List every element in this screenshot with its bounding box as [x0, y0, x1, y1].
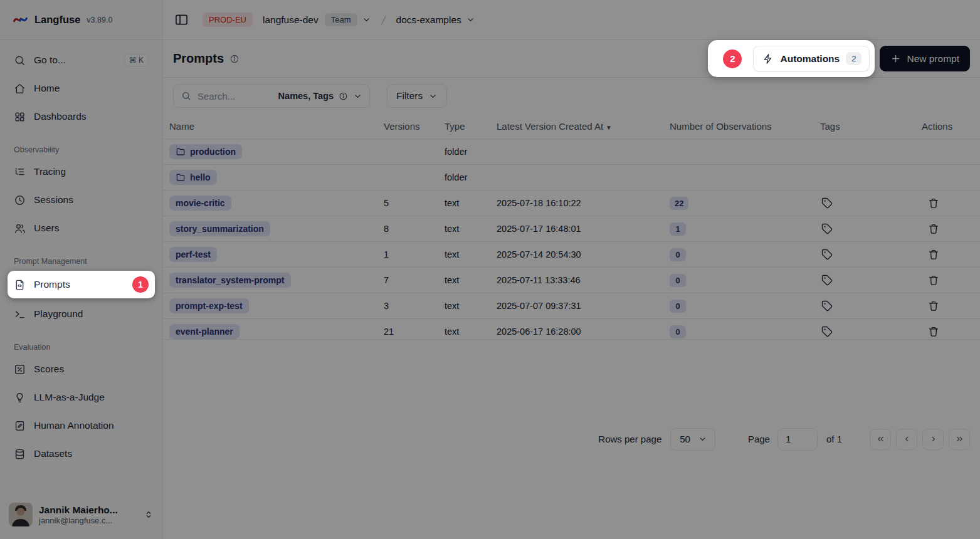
table-header: Name Versions Type Latest Version Create…: [163, 114, 980, 139]
delete-prompt-button[interactable]: [927, 299, 940, 313]
trash-icon: [928, 249, 939, 260]
prev-page-button[interactable]: [896, 429, 917, 450]
user-email: jannik@langfuse.c...: [39, 516, 137, 525]
edit-tags-button[interactable]: [820, 273, 834, 287]
filters-button[interactable]: Filters: [387, 84, 447, 108]
sidebar-item-scores[interactable]: Scores: [8, 357, 155, 382]
page-number-input[interactable]: [777, 428, 818, 451]
search-input[interactable]: [198, 91, 278, 102]
grid-icon: [14, 111, 26, 123]
search-box[interactable]: Names, Tags: [173, 84, 370, 108]
sidebar-item-sessions[interactable]: Sessions: [8, 187, 155, 212]
chevron-down-icon[interactable]: [466, 15, 475, 24]
sidebar-item-label: Tracing: [34, 166, 66, 177]
new-prompt-button[interactable]: New prompt: [880, 46, 970, 71]
tag-icon: [821, 223, 833, 234]
delete-prompt-button[interactable]: [927, 222, 940, 236]
delete-prompt-button[interactable]: [927, 325, 940, 338]
rows-per-page-select[interactable]: 50: [670, 428, 715, 451]
actions-cell: [922, 222, 980, 236]
prompt-name-badge[interactable]: event-planner: [169, 324, 240, 339]
prompt-name-badge[interactable]: story_summarization: [169, 221, 270, 236]
folder-icon: [176, 147, 186, 157]
prompt-name-badge[interactable]: perf-test: [169, 247, 217, 262]
prompt-name: perf-test: [176, 249, 211, 259]
observations-cell: 22: [670, 197, 820, 210]
table-row[interactable]: prompt-exp-test3text2025-07-07 09:37:310: [163, 293, 980, 319]
table-row[interactable]: perf-test1text2025-07-14 20:54:300: [163, 242, 980, 268]
section-label-prompt-management: Prompt Management: [8, 257, 155, 266]
percent-square-icon: [14, 364, 26, 375]
column-header-type: Type: [445, 121, 497, 132]
sidebar-item-label: Scores: [34, 364, 64, 375]
first-page-button[interactable]: [870, 429, 891, 450]
table-row[interactable]: story_summarization8text2025-07-17 16:48…: [163, 216, 980, 242]
prompt-name-badge[interactable]: hello: [169, 170, 217, 185]
environment-badge[interactable]: PROD-EU: [203, 13, 253, 27]
prompt-name-badge[interactable]: movie-critic: [169, 196, 231, 211]
column-header-latest-version[interactable]: Latest Version Created At▼: [497, 121, 670, 132]
edit-tags-button[interactable]: [820, 222, 834, 236]
chevron-down-icon[interactable]: [362, 15, 371, 24]
sidebar-item-llm-judge[interactable]: LLM-as-a-Judge: [8, 385, 155, 410]
sidebar-item-tracing[interactable]: Tracing: [8, 159, 155, 184]
app-name: Langfuse: [34, 14, 80, 26]
table-row[interactable]: hellofolder: [163, 165, 980, 191]
search-scope-dropdown[interactable]: Names, Tags: [278, 91, 362, 101]
edit-tags-button[interactable]: [820, 248, 834, 261]
edit-tags-button[interactable]: [820, 196, 834, 210]
goto-search[interactable]: Go to... ⌘ K: [8, 48, 155, 73]
trash-icon: [928, 326, 939, 337]
table-row[interactable]: event-planner21text2025-06-17 16:28:000: [163, 319, 980, 339]
sidebar-item-dashboards[interactable]: Dashboards: [8, 104, 155, 129]
edit-tags-button[interactable]: [820, 325, 834, 338]
sidebar-toggle-icon[interactable]: [174, 13, 189, 27]
project-name[interactable]: docs-examples: [396, 14, 461, 26]
edit-tags-button[interactable]: [820, 299, 834, 313]
sidebar-item-human-annotation[interactable]: Human Annotation: [8, 413, 155, 438]
versions-cell: 7: [384, 275, 445, 285]
table-row[interactable]: movie-critic5text2025-07-18 16:10:2222: [163, 191, 980, 216]
name-cell: perf-test: [169, 247, 384, 262]
sidebar-item-home[interactable]: Home: [8, 76, 155, 101]
prompt-name-badge[interactable]: production: [169, 144, 242, 159]
last-page-button[interactable]: [949, 429, 970, 450]
org-name[interactable]: langfuse-dev: [263, 14, 319, 26]
info-icon[interactable]: [229, 54, 240, 64]
chevrons-up-down-icon: [144, 510, 154, 520]
observations-badge[interactable]: 0: [670, 300, 686, 313]
page-label: Page: [748, 434, 770, 444]
terminal-icon: [14, 308, 26, 320]
automations-button[interactable]: Automations 2: [753, 46, 870, 71]
chevron-down-icon: [698, 434, 707, 444]
sidebar-item-playground[interactable]: Playground: [8, 301, 155, 327]
observations-badge[interactable]: 0: [670, 325, 686, 338]
next-page-button[interactable]: [922, 429, 944, 450]
delete-prompt-button[interactable]: [927, 273, 940, 287]
prompt-name-badge[interactable]: prompt-exp-test: [169, 298, 249, 313]
delete-prompt-button[interactable]: [927, 196, 940, 210]
observations-badge[interactable]: 1: [670, 222, 686, 236]
table-row[interactable]: translator_system-prompt7text2025-07-11 …: [163, 268, 980, 293]
prompt-name-badge[interactable]: translator_system-prompt: [169, 273, 291, 288]
trash-icon: [928, 300, 939, 311]
table-row[interactable]: productionfolder: [163, 139, 980, 165]
pagination-bar: Rows per page 50 Page of 1: [163, 339, 980, 539]
user-name: Jannik Maierho...: [39, 505, 137, 516]
observations-badge[interactable]: 0: [670, 274, 686, 287]
app-version: v3.89.0: [87, 16, 112, 24]
sidebar-item-prompts[interactable]: Prompts 1: [8, 271, 155, 298]
user-menu[interactable]: Jannik Maierho... jannik@langfuse.c...: [0, 490, 162, 539]
folder-icon: [176, 172, 186, 182]
database-icon: [14, 448, 26, 460]
sidebar-item-datasets[interactable]: Datasets: [8, 441, 155, 466]
tags-cell: [820, 196, 922, 211]
delete-prompt-button[interactable]: [927, 248, 940, 261]
tags-cell: [820, 273, 922, 288]
observations-badge[interactable]: 0: [670, 248, 686, 261]
sidebar-item-users[interactable]: Users: [8, 216, 155, 241]
sidebar-nav: Go to... ⌘ K Home Dashboards Observabili…: [0, 40, 162, 490]
filters-label: Filters: [396, 90, 423, 102]
observations-badge[interactable]: 22: [670, 197, 688, 210]
name-cell: movie-critic: [169, 196, 384, 211]
